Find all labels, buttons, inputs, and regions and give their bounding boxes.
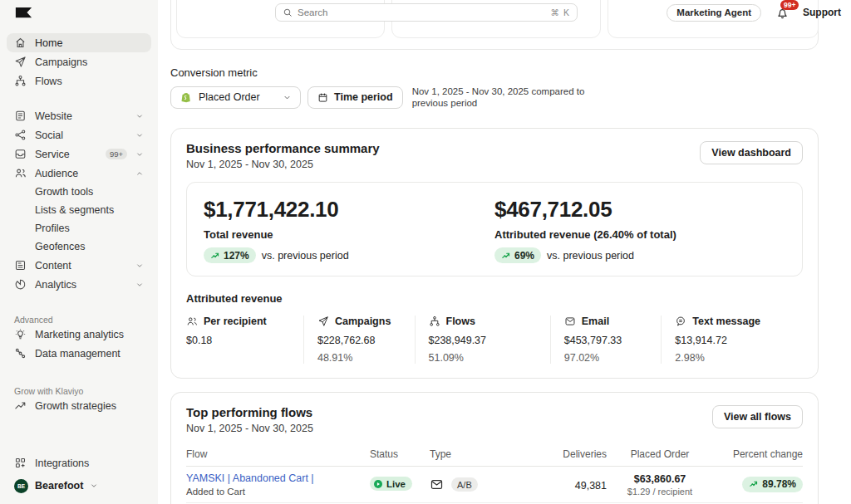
sidebar-item-website[interactable]: Website (7, 106, 151, 125)
support-link[interactable]: Support (803, 7, 841, 18)
sidebar-item-growth-tools[interactable]: Growth tools (7, 183, 151, 201)
chevron-up-icon (135, 169, 144, 178)
breakdown-label: Email (582, 316, 609, 327)
sidebar-item-geofences[interactable]: Geofences (7, 237, 151, 256)
total-revenue-label: Total revenue (204, 228, 494, 241)
business-performance-card: Business performance summary Nov 1, 2025… (170, 128, 819, 379)
attributed-revenue-value: $467,712.05 (494, 197, 785, 223)
sidebar-item-label: Service (35, 149, 97, 160)
home-icon (14, 37, 27, 49)
sidebar-item-home[interactable]: Home (7, 33, 151, 52)
time-period-button[interactable]: Time period (307, 86, 403, 109)
sidebar-item-label: Growth strategies (35, 400, 144, 412)
time-period-label: Time period (334, 91, 393, 103)
conversion-metric-value: Placed Order (199, 91, 276, 103)
breakdown-per-recipient: Per recipient $0.18 (186, 316, 303, 364)
total-revenue-change: 127% (224, 250, 249, 262)
sidebar-item-campaigns[interactable]: Campaigns (7, 52, 151, 71)
sidebar-item-label: Flows (35, 76, 144, 87)
top-bar: ⌘ K Marketing Agent 99+ Support (0, 0, 851, 25)
sidebar-item-service[interactable]: Service 99+ (7, 144, 151, 164)
view-all-flows-button[interactable]: View all flows (712, 405, 803, 428)
attributed-revenue-stat: $467,712.05 Attributed revenue (26.40% o… (494, 197, 785, 263)
breakdown-value: $453,797.33 (564, 335, 653, 346)
marketing-agent-button[interactable]: Marketing Agent (667, 4, 761, 22)
sidebar-child-label: Profiles (35, 223, 70, 234)
inbox-icon (14, 148, 27, 160)
sidebar-item-label: Campaigns (35, 56, 144, 68)
breakdown-flows: Flows $238,949.37 51.09% (415, 316, 550, 364)
breakdown-share: 51.09% (429, 352, 542, 364)
summary-date-range: Nov 1, 2025 - Nov 30, 2025 (186, 159, 700, 170)
sidebar: Home Campaigns Flows Website Social Serv… (0, 0, 158, 504)
sidebar-item-data-management[interactable]: Data management (7, 344, 151, 363)
sidebar-item-label: Social (35, 130, 127, 141)
breakdown-share: 2.98% (675, 352, 794, 364)
sidebar-item-growth-strategies[interactable]: Growth strategies (7, 396, 151, 415)
attributed-revenue-change: 69% (514, 250, 534, 262)
chevron-down-icon (135, 112, 144, 120)
pie-chart-icon (14, 278, 27, 291)
service-count-badge: 99+ (106, 149, 127, 159)
paper-plane-icon (14, 56, 27, 68)
col-header-percent-change: Percent change (713, 448, 803, 460)
sidebar-item-analytics[interactable]: Analytics (7, 275, 151, 294)
summary-title: Business performance summary (186, 141, 700, 155)
sidebar-item-label: Website (35, 110, 127, 122)
flow-icon (429, 316, 440, 327)
trend-up-icon (210, 251, 220, 261)
sidebar-item-audience[interactable]: Audience (7, 164, 151, 183)
calendar-icon (317, 92, 328, 103)
filters-row: Placed Order Time period Nov 1, 2025 - N… (170, 86, 819, 109)
sidebar-item-content[interactable]: Content (7, 256, 151, 275)
breakdown-value: $13,914.72 (675, 335, 794, 346)
sidebar-item-lists-segments[interactable]: Lists & segments (7, 201, 151, 219)
percent-change-badge: 89.78% (742, 477, 803, 492)
live-play-icon (373, 479, 383, 489)
sidebar-item-flows[interactable]: Flows (7, 71, 151, 91)
total-revenue-stat: $1,771,422.10 Total revenue 127% vs. pre… (204, 197, 494, 263)
nodes-icon (14, 347, 27, 360)
breakdown-text-message: Text message $13,914.72 2.98% (661, 316, 803, 364)
sidebar-item-label: Marketing analytics (35, 329, 144, 340)
date-range-note: Nov 1, 2025 - Nov 30, 2025 compared to p… (412, 86, 585, 109)
trend-up-icon (749, 479, 759, 489)
date-range-line1: Nov 1, 2025 - Nov 30, 2025 compared to (412, 86, 585, 97)
global-search[interactable]: ⌘ K (275, 3, 578, 22)
paper-plane-icon (317, 316, 329, 327)
chevron-down-icon (135, 262, 144, 270)
people-icon (186, 316, 198, 327)
breakdown-label: Campaigns (335, 316, 391, 327)
email-icon (430, 477, 444, 492)
view-dashboard-button[interactable]: View dashboard (700, 141, 803, 164)
conversion-metric-select[interactable]: Placed Order (170, 86, 301, 109)
breakdown-value: $238,949.37 (429, 335, 542, 346)
account-switcher[interactable]: BE Bearefoot (7, 474, 151, 497)
col-header-placed-order: Placed Order (607, 448, 713, 460)
sidebar-item-label: Data management (35, 348, 144, 360)
sidebar-item-profiles[interactable]: Profiles (7, 219, 151, 237)
flow-name-link[interactable]: YAMSKI | Abandoned Cart | (186, 472, 370, 484)
attributed-revenue-change-badge: 69% (494, 247, 541, 263)
status-badge: Live (370, 477, 412, 491)
per-recipient-value: $1.29 / recipient (607, 487, 713, 497)
date-range-line2: previous period (412, 97, 585, 109)
sidebar-item-integrations[interactable]: Integrations (7, 453, 151, 472)
col-header-status: Status (370, 448, 430, 460)
sidebar-item-social[interactable]: Social (7, 125, 151, 144)
col-header-deliveries: Deliveries (534, 448, 607, 460)
sidebar-item-label: Content (35, 260, 127, 272)
chevron-down-icon (283, 93, 292, 102)
placed-order-value: $63,860.67 (607, 473, 713, 485)
notifications-button[interactable]: 99+ (773, 3, 791, 22)
breakdown-label: Text message (692, 316, 760, 327)
attributed-revenue-label: Attributed revenue (26.40% of total) (494, 228, 785, 241)
share-icon (14, 129, 27, 141)
sidebar-item-marketing-analytics[interactable]: Marketing analytics (7, 325, 151, 344)
flows-table-header: Flow Status Type Deliveries Placed Order… (186, 448, 803, 467)
search-input[interactable] (298, 7, 546, 17)
breakdown-share: 97.02% (564, 352, 653, 364)
chevron-down-icon (135, 150, 144, 159)
flows-date-range: Nov 1, 2025 - Nov 30, 2025 (186, 423, 712, 434)
breakdown-value: $228,762.68 (317, 335, 406, 346)
